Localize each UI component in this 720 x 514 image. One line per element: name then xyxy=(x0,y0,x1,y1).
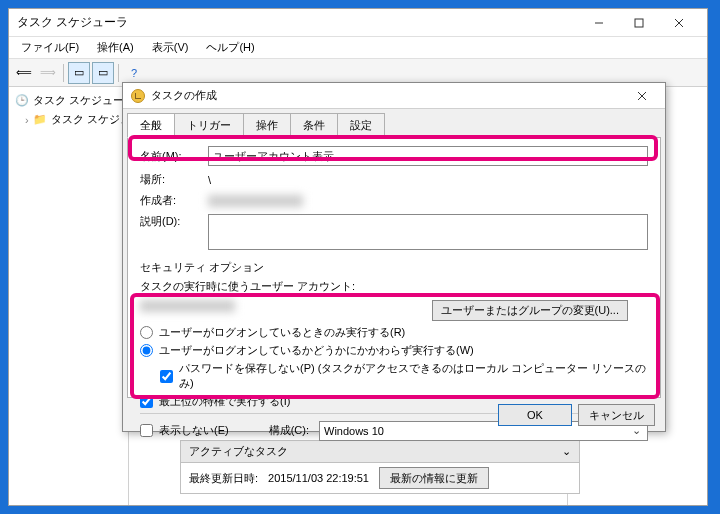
menu-bar: ファイル(F) 操作(A) 表示(V) ヘルプ(H) xyxy=(9,37,707,59)
tree-child[interactable]: › 📁 タスク スケジューラ ライブラリ xyxy=(23,110,124,129)
dialog-close-button[interactable] xyxy=(627,86,657,106)
last-update-value: 2015/11/03 22:19:51 xyxy=(268,472,369,484)
dialog-titlebar: タスクの作成 xyxy=(123,83,665,109)
check-hidden[interactable] xyxy=(140,424,153,437)
tool-pane2-icon[interactable]: ▭ xyxy=(92,62,114,84)
author-value: XXXXXXXXXXXXX xyxy=(208,195,303,207)
dialog-title: タスクの作成 xyxy=(151,88,627,103)
tab-conditions[interactable]: 条件 xyxy=(290,113,338,137)
refresh-button[interactable]: 最新の情報に更新 xyxy=(379,467,489,489)
tab-settings[interactable]: 設定 xyxy=(337,113,385,137)
check-highest-priv-label: 最上位の特権で実行する(I) xyxy=(159,394,290,409)
clock-icon: 🕒 xyxy=(15,94,29,107)
description-label: 説明(D): xyxy=(140,214,200,229)
tab-general[interactable]: 全般 xyxy=(127,113,175,138)
menu-help[interactable]: ヘルプ(H) xyxy=(198,38,262,57)
check-highest-priv[interactable] xyxy=(140,395,153,408)
security-subtitle: タスクの実行時に使うユーザー アカウント: xyxy=(140,279,648,294)
security-title: セキュリティ オプション xyxy=(140,260,648,275)
nav-tree: 🕒 タスク スケジューラ (ローカル) › 📁 タスク スケジューラ ライブラリ xyxy=(9,87,129,505)
check-no-password[interactable] xyxy=(160,370,173,383)
status-section-title: アクティブなタスク xyxy=(189,444,288,459)
main-titlebar: タスク スケジューラ xyxy=(9,9,707,37)
bottom-status: アクティブなタスク ⌄ 最終更新日時: 2015/11/03 22:19:51 … xyxy=(180,440,580,494)
radio-run-always-label: ユーザーがログオンしているかどうかにかかわらず実行する(W) xyxy=(159,343,474,358)
clock-icon xyxy=(131,89,145,103)
tree-root[interactable]: 🕒 タスク スケジューラ (ローカル) xyxy=(13,91,124,110)
tool-help-icon[interactable]: ? xyxy=(123,62,145,84)
check-hidden-label: 表示しない(E) xyxy=(159,423,229,438)
menu-view[interactable]: 表示(V) xyxy=(144,38,197,57)
radio-logged-on[interactable] xyxy=(140,326,153,339)
security-account-value: XXXXXXXXXXXXX xyxy=(140,300,235,312)
last-update-label: 最終更新日時: xyxy=(189,471,258,486)
folder-icon: 📁 xyxy=(33,113,47,126)
tab-strip: 全般 トリガー 操作 条件 設定 xyxy=(127,113,661,138)
change-user-button[interactable]: ユーザーまたはグループの変更(U)... xyxy=(432,300,628,321)
radio-logged-on-label: ユーザーがログオンしているときのみ実行する(R) xyxy=(159,325,405,340)
description-input[interactable] xyxy=(208,214,648,250)
menu-file[interactable]: ファイル(F) xyxy=(13,38,87,57)
ok-button[interactable]: OK xyxy=(498,404,572,426)
menu-action[interactable]: 操作(A) xyxy=(89,38,142,57)
name-label: 名前(M): xyxy=(140,149,200,164)
location-label: 場所: xyxy=(140,172,200,187)
maximize-button[interactable] xyxy=(619,11,659,35)
general-panel: 名前(M): 場所: \ 作成者: XXXXXXXXXXXXX 説明(D): セ… xyxy=(127,138,661,398)
svg-rect-1 xyxy=(635,19,643,27)
configure-for-label: 構成(C): xyxy=(269,423,309,438)
configure-for-value: Windows 10 xyxy=(324,425,384,437)
name-input[interactable] xyxy=(208,146,648,166)
radio-run-always[interactable] xyxy=(140,344,153,357)
main-title: タスク スケジューラ xyxy=(17,14,579,31)
forward-button[interactable]: ⟹ xyxy=(37,62,59,84)
chevron-down-icon[interactable]: ⌄ xyxy=(562,445,571,458)
author-label: 作成者: xyxy=(140,193,200,208)
minimize-button[interactable] xyxy=(579,11,619,35)
check-no-password-label: パスワードを保存しない(P) (タスクがアクセスできるのはローカル コンピュータ… xyxy=(179,361,648,391)
close-button[interactable] xyxy=(659,11,699,35)
tool-pane1-icon[interactable]: ▭ xyxy=(68,62,90,84)
back-button[interactable]: ⟸ xyxy=(13,62,35,84)
create-task-dialog: タスクの作成 全般 トリガー 操作 条件 設定 名前(M): 場所: \ 作成者… xyxy=(122,82,666,432)
tab-triggers[interactable]: トリガー xyxy=(174,113,244,137)
cancel-button[interactable]: キャンセル xyxy=(578,404,655,426)
tab-actions[interactable]: 操作 xyxy=(243,113,291,137)
location-value: \ xyxy=(208,174,211,186)
